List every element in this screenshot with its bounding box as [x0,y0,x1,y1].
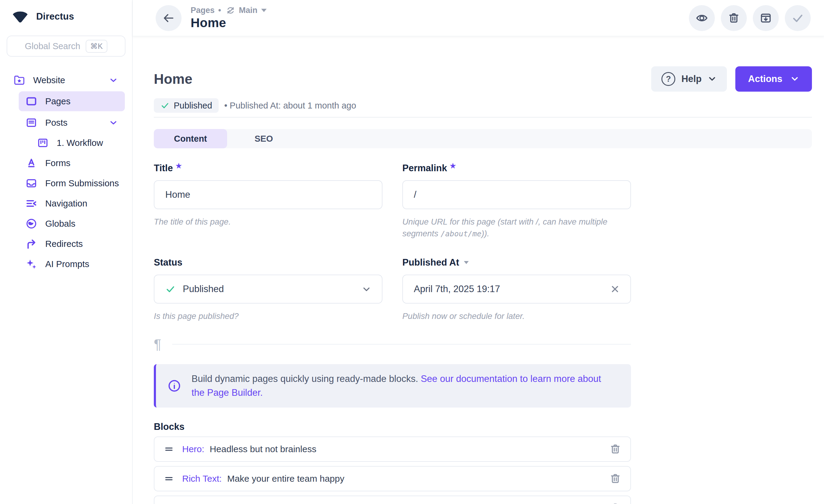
status-badge: Published [154,98,219,113]
block-title: Make your entire team happy [227,474,344,484]
status-value [183,284,371,294]
title-note: The title of this page. [154,216,383,228]
title-field: Title ★ The title of this page. [154,163,383,240]
published-at-picker[interactable] [402,275,631,303]
letter-a-icon [25,157,37,169]
drag-handle-icon[interactable] [164,503,174,504]
breadcrumb-collection[interactable]: Pages [191,6,215,15]
inbox-icon [25,177,37,189]
chevron-down-icon[interactable] [361,284,372,294]
topbar-actions [689,5,811,31]
sidebar-item-label: Navigation [45,198,87,209]
main-area: Pages • Main Home [133,0,824,504]
actions-label: Actions [748,74,783,85]
chevron-down-icon [708,75,717,84]
status-badge-label: Published [174,101,212,111]
check-icon [792,12,804,24]
topbar-page-title: Home [191,16,267,30]
trash-icon[interactable] [609,502,621,504]
version-caret-icon[interactable] [261,9,267,12]
block-row-hero[interactable]: Hero: Headless but not brainless [154,436,631,462]
published-at-value[interactable] [414,284,620,294]
info-banner: Build dynamic pages quickly using ready-… [154,364,631,407]
blocks-label: Blocks [154,421,631,432]
status-note: Is this page published? [154,310,383,322]
sidebar-item-label: Forms [45,158,71,168]
sidebar-item-globals[interactable]: Globals [0,214,132,234]
sidebar-item-label: AI Prompts [45,259,89,269]
actions-button[interactable]: Actions [735,66,812,92]
save-button[interactable] [785,5,811,31]
sidebar-item-workflow[interactable]: 1. Workflow [0,133,132,153]
globe-icon [25,218,37,230]
search-placeholder: Global Search [25,41,80,51]
label-caret-icon[interactable] [464,261,469,264]
trash-icon[interactable] [609,473,621,485]
search-shortcut-badge: ⌘K [86,40,107,53]
published-at-field: Published At Publish now or schedule for… [402,257,631,322]
tab-bar: Content SEO [154,129,812,148]
title-input[interactable] [165,189,371,200]
divider [154,117,812,118]
breadcrumb-version[interactable]: Main [239,6,258,15]
sidebar-item-website[interactable]: Website [0,70,132,90]
chevron-down-icon[interactable] [109,118,118,128]
sidebar-item-pages[interactable]: Pages [19,91,125,111]
clear-icon[interactable] [610,284,620,294]
tab-seo[interactable]: SEO [227,129,300,148]
status-select[interactable] [154,275,383,303]
sidebar-item-label: Form Submissions [45,178,119,188]
sidebar-item-label: Globals [45,219,75,229]
sidebar-item-navigation[interactable]: Navigation [0,193,132,214]
sidebar-item-forms[interactable]: Forms [0,153,132,173]
banner-text: Build dynamic pages quickly using ready-… [192,372,607,400]
posts-icon [25,117,37,129]
sidebar-item-label: Posts [45,118,68,128]
topbar: Pages • Main Home [133,0,824,36]
back-button[interactable] [156,5,182,31]
trash-icon [727,12,740,24]
block-title: Headless but not brainless [210,444,316,454]
menu-arrow-icon [25,198,37,210]
preview-button[interactable] [689,5,715,31]
chevron-down-icon [790,75,799,84]
help-icon: ? [661,72,675,86]
drag-handle-icon[interactable] [164,473,174,484]
required-icon: ★ [450,162,456,170]
tab-content[interactable]: Content [154,129,227,148]
block-row-rich-text[interactable]: Rich Text: Make your entire team happy [154,466,631,491]
permalink-input[interactable] [414,189,620,200]
breadcrumb: Pages • Main Home [191,6,267,30]
check-icon [161,101,170,110]
eye-icon [696,12,708,24]
help-button[interactable]: ? Help [651,66,727,92]
archive-button[interactable] [753,5,779,31]
delete-button[interactable] [721,5,747,31]
sparkles-icon [25,258,37,270]
sidebar-item-posts[interactable]: Posts [0,112,132,133]
required-icon: ★ [176,162,182,170]
sidebar-item-redirects[interactable]: Redirects [0,234,132,254]
global-search-input[interactable]: Global Search ⌘K [7,35,125,57]
status-label: Status [154,257,383,268]
arrow-left-icon [162,12,175,24]
published-at-note: Publish now or schedule for later. [402,310,631,322]
pilcrow-icon: ¶ [154,338,162,351]
permalink-field: Permalink ★ Unique URL for this page (st… [402,163,631,240]
page-title: Home [154,71,192,87]
sidebar-item-form-submissions[interactable]: Form Submissions [0,173,132,193]
folder-star-icon [13,74,25,86]
kanban-icon [37,137,49,149]
block-row-gallery[interactable]: Gallery: Check out some of our latest te… [154,496,631,504]
trash-icon[interactable] [609,443,621,455]
brand[interactable]: Directus [0,0,132,23]
published-at-label: Published At [402,257,631,268]
chevron-down-icon[interactable] [109,75,118,85]
drag-handle-icon[interactable] [164,444,174,455]
breadcrumb-separator: • [218,6,221,15]
sidebar: Directus Global Search ⌘K Website Pages [0,0,133,504]
published-meta: • Published At: about 1 month ago [224,101,356,111]
sidebar-item-label: 1. Workflow [57,138,103,148]
redirect-arrow-icon [25,238,37,250]
sidebar-item-ai-prompts[interactable]: AI Prompts [0,254,132,274]
